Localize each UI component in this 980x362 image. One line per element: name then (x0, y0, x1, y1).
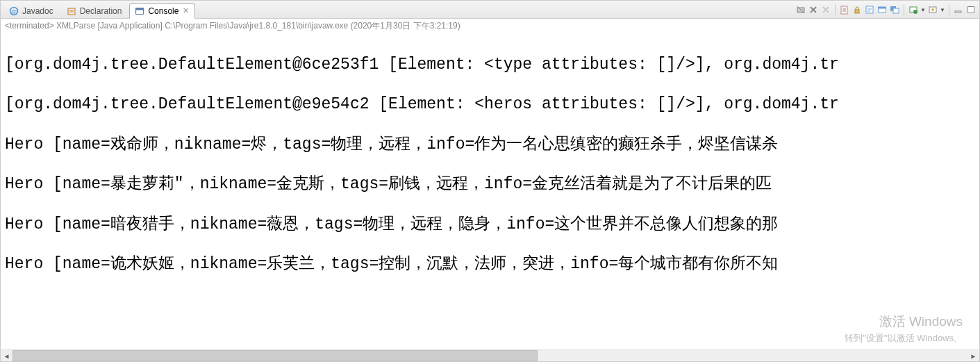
clear-console-icon[interactable] (839, 4, 850, 15)
svg-text:@: @ (11, 8, 17, 15)
svg-rect-6 (136, 8, 144, 10)
console-output[interactable]: [org.dom4j.tree.DefaultElement@6ce253f1 … (1, 33, 979, 350)
close-icon[interactable]: ✕ (183, 6, 189, 15)
declaration-icon (66, 6, 77, 17)
show-console-when-output-icon[interactable] (908, 4, 919, 15)
svg-rect-18 (866, 6, 873, 13)
tabs-container: @ Javadoc Declaration Console ✕ (1, 1, 195, 18)
console-icon (134, 6, 145, 17)
chevron-down-icon[interactable]: ▼ (920, 7, 926, 13)
javadoc-icon: @ (8, 6, 19, 17)
separator (904, 4, 904, 15)
tab-javadoc[interactable]: @ Javadoc (3, 3, 60, 18)
tab-label: Javadoc (22, 6, 53, 16)
word-wrap-icon[interactable] (864, 4, 875, 15)
svg-rect-17 (855, 10, 859, 13)
tab-declaration[interactable]: Declaration (61, 3, 128, 18)
remove-all-terminated-icon[interactable] (808, 4, 819, 15)
svg-point-24 (913, 10, 917, 14)
scrollbar-thumb[interactable] (13, 350, 538, 361)
view-tab-bar: @ Javadoc Declaration Console ✕ (1, 1, 979, 19)
scrollbar-track[interactable] (13, 350, 967, 361)
svg-rect-27 (968, 7, 974, 13)
console-line: [org.dom4j.tree.DefaultElement@e9e54c2 [… (5, 94, 975, 115)
svg-rect-26 (955, 11, 961, 13)
remove-launch-icon[interactable] (795, 4, 806, 15)
chevron-down-icon[interactable]: ▼ (940, 7, 945, 13)
open-console-icon[interactable] (927, 4, 938, 15)
maximize-icon[interactable] (965, 4, 977, 15)
pin-console-icon[interactable] (877, 4, 888, 15)
console-line: Hero [name=诡术妖姬，nikname=乐芙兰，tags=控制，沉默，法… (5, 254, 975, 274)
console-line: Hero [name=戏命师，nikname=烬，tags=物理，远程，info… (5, 135, 975, 155)
console-line: Hero [name=暗夜猎手，nikname=薇恩，tags=物理，远程，隐身… (5, 215, 975, 235)
console-line: Hero [name=暴走萝莉"，nikname=金克斯，tags=刷钱，远程，… (5, 174, 975, 195)
scroll-lock-icon[interactable] (852, 4, 863, 15)
tab-label: Console (148, 6, 178, 16)
scroll-left-arrow-icon[interactable]: ◄ (1, 350, 13, 362)
scroll-right-arrow-icon[interactable]: ► (967, 350, 979, 362)
status-text: <terminated> XMLParse [Java Application]… (5, 21, 460, 31)
separator (835, 4, 836, 15)
console-line: [org.dom4j.tree.DefaultElement@6ce253f1 … (5, 55, 975, 75)
horizontal-scrollbar[interactable]: ◄ ► (1, 349, 979, 361)
minimize-icon[interactable] (953, 4, 964, 15)
separator (949, 4, 949, 15)
svg-rect-20 (879, 7, 886, 9)
tab-label: Declaration (80, 6, 122, 16)
tab-console[interactable]: Console ✕ (129, 3, 195, 19)
remove-all-terminated-disabled-icon (820, 4, 831, 15)
svg-rect-22 (893, 8, 899, 13)
console-toolbar: ▼ ▼ (795, 1, 977, 19)
console-launch-status: <terminated> XMLParse [Java Application]… (1, 19, 979, 33)
display-selected-console-icon[interactable] (889, 4, 900, 15)
